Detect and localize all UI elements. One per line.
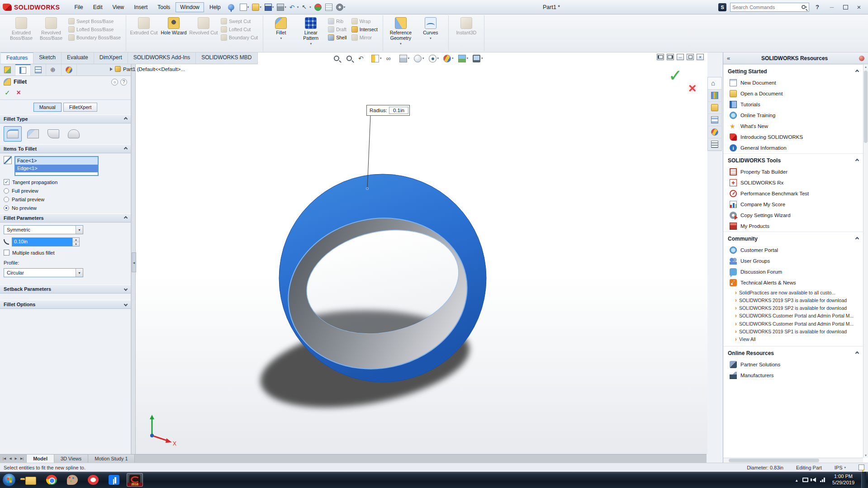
menu-item[interactable]: File [70,2,87,12]
ribbon-button[interactable]: Instant3D [451,15,481,51]
heads-up-button[interactable]: ▾ [457,54,470,63]
preview-option-row[interactable]: Full preview [4,188,127,194]
task-pane-tab[interactable] [708,90,721,102]
ribbon-small-button[interactable]: Boundary Cut [219,34,259,41]
part-3d-view[interactable] [135,52,707,454]
news-link[interactable]: SOLIDWORKS 2019 SP1 is available for dow… [735,328,859,336]
heads-up-button[interactable]: ▾ [472,54,484,63]
help-icon[interactable]: ? [120,79,127,85]
taskbar-app-button[interactable] [43,473,60,487]
quick-access-button[interactable]: ▾ [301,3,312,12]
taskbar-app-button[interactable] [85,473,101,487]
ribbon-small-button[interactable]: Boundary Boss/Base [67,34,122,41]
mode-tab[interactable]: Manual [33,103,62,112]
task-pane-link[interactable]: Manufacturers [723,370,863,381]
preview-radio[interactable] [4,205,9,211]
heads-up-button[interactable]: ▾ [398,54,411,63]
preview-option-row[interactable]: No preview [4,205,127,211]
ribbon-button[interactable]: Extruded Boss/Base [6,15,36,51]
ribbon-button[interactable]: Reference Geometry ▾ [386,15,416,51]
heads-up-button[interactable] [332,54,342,63]
taskbar-app-button[interactable]: 2016 [127,473,143,487]
task-pane-link[interactable]: Performance Benchmark Test [723,188,863,199]
show-desktop-button[interactable] [861,472,866,488]
status-doc-icon[interactable] [859,464,864,470]
task-pane-tab[interactable] [708,114,721,126]
group-header-fillet-parameters[interactable]: Fillet Parameters [0,213,131,223]
group-header-fillet-options[interactable]: Fillet Options [0,300,131,309]
chevron-down-icon[interactable]: ▾ [76,269,83,277]
menu-item[interactable]: View [108,2,128,12]
ribbon-small-button[interactable]: Shell [327,34,348,41]
confirm-ok-icon[interactable] [669,66,682,85]
task-pane-vertical-scrollbar[interactable]: ▲ ▼ [863,64,868,458]
heads-up-button[interactable] [357,54,368,63]
command-tab[interactable]: DimXpert [94,52,128,64]
help-icon[interactable]: ? [813,4,822,10]
scroll-up-icon[interactable]: ▲ [863,64,868,69]
hidden-icons-arrow-icon[interactable] [795,477,798,483]
search-dropdown-icon[interactable]: ▾ [806,5,807,9]
menu-item[interactable]: Insert [129,2,152,12]
model-tab[interactable]: Model [27,455,54,463]
mode-tab[interactable]: FilletXpert [63,103,98,112]
tab-scroll-last-icon[interactable] [19,457,24,460]
radius-value[interactable]: 0.10in [12,238,72,246]
task-pane-link[interactable]: Customer Portal [723,245,863,256]
task-pane-link[interactable]: Open a Document [723,88,863,99]
heads-up-button[interactable] [385,54,396,63]
scrollbar-thumb[interactable] [864,71,868,143]
tangent-propagation-checkbox[interactable] [4,179,9,185]
symmetry-dropdown[interactable]: Symmetric ▾ [4,225,83,234]
heads-up-button[interactable]: ▾ [442,54,455,63]
flyout-feature-tree[interactable]: Part1 (Default<<Default>... [110,66,185,72]
taskbar-app-button[interactable] [106,473,122,487]
group-header-setback-parameters[interactable]: Setback Parameters [0,284,131,294]
task-pane-tab[interactable] [708,126,721,138]
ribbon-button[interactable]: Extruded Cut [129,15,159,51]
quick-access-button[interactable]: ▾ [276,3,287,12]
fillet-type-button[interactable] [4,126,22,142]
news-link[interactable]: View All [735,336,859,343]
task-pane-link[interactable]: Copy Settings Wizard [723,210,863,221]
task-pane-link[interactable]: Compare My Score [723,199,863,210]
group-header-fillet-type[interactable]: Fillet Type [0,114,131,123]
radius-callout[interactable]: Radius: 0.1in [366,105,410,116]
doc-close-icon[interactable] [697,54,704,60]
task-pane-pin-icon[interactable] [859,56,864,61]
command-tab[interactable]: SOLIDWORKS Add-Ins [128,52,196,64]
spin-up-icon[interactable]: ▲ [73,238,79,242]
task-pane-link[interactable]: Partner Solutions [723,359,863,370]
heads-up-button[interactable]: ▾ [428,54,440,63]
manager-tab[interactable] [15,64,31,76]
list-item[interactable]: Face<1> [15,157,98,165]
network-icon[interactable] [820,478,825,482]
display-tray-icon[interactable] [802,478,808,482]
tangent-propagation-row[interactable]: Tangent propagation [4,179,127,185]
taskbar-app-button[interactable] [23,473,39,487]
fillet-type-button[interactable] [44,126,62,142]
quick-access-button[interactable] [313,3,323,12]
menu-item[interactable]: Edit [89,2,107,12]
graphics-viewport[interactable]: Radius: 0.1in X [135,52,707,454]
menu-item[interactable]: Window [175,2,204,12]
search-icon[interactable] [802,5,806,9]
volume-icon[interactable] [812,478,816,482]
ribbon-small-button[interactable]: Rib [327,18,348,25]
model-tab[interactable]: 3D Views [54,455,88,463]
task-pane-link[interactable]: Introducing SOLIDWORKS [723,132,863,142]
ribbon-button[interactable]: Hole Wizard [159,15,189,51]
ribbon-small-button[interactable]: Mirror [350,34,379,41]
heads-up-button[interactable]: ▾ [413,54,425,63]
ribbon-button[interactable]: Revolved Cut [189,15,218,51]
preview-radio[interactable] [4,188,9,194]
task-pane-link[interactable]: SOLIDWORKS Rx [723,177,863,188]
task-pane-link[interactable]: General Information [723,142,863,153]
news-link[interactable]: SOLIDWORKS 2019 SP2 is available for dow… [735,304,859,312]
multiple-radius-row[interactable]: Multiple radius fillet [4,250,127,256]
task-pane-tab[interactable] [708,77,721,90]
manager-tab[interactable] [31,64,46,76]
quick-access-button[interactable]: ▾ [239,3,250,12]
command-tab[interactable]: Sketch [33,52,62,64]
ribbon-small-button[interactable]: Lofted Cut [219,26,259,33]
